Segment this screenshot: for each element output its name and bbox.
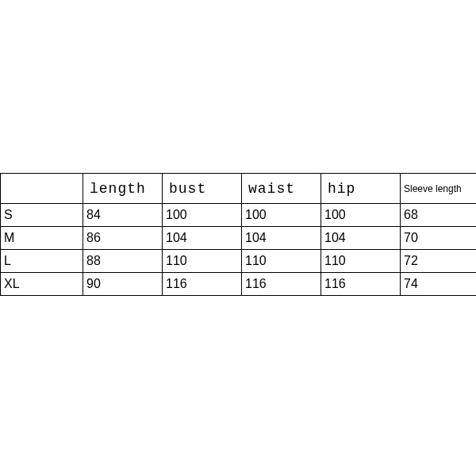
cell-hip: 100 (321, 204, 401, 227)
header-waist: waist (242, 174, 321, 204)
cell-bust: 110 (163, 250, 242, 273)
cell-sleeve: 74 (401, 273, 477, 296)
size-chart-table: length bust waist hip Sleeve length S 84… (0, 173, 476, 296)
header-length: length (83, 174, 163, 204)
header-bust: bust (163, 174, 242, 204)
header-hip: hip (321, 174, 401, 204)
cell-waist: 116 (242, 273, 321, 296)
table-header-row: length bust waist hip Sleeve length (1, 174, 477, 204)
cell-hip: 116 (321, 273, 401, 296)
header-sleeve: Sleeve length (401, 174, 477, 204)
cell-length: 84 (83, 204, 163, 227)
cell-sleeve: 70 (401, 227, 477, 250)
cell-length: 86 (83, 227, 163, 250)
cell-hip: 104 (321, 227, 401, 250)
cell-sleeve: 68 (401, 204, 477, 227)
cell-bust: 104 (163, 227, 242, 250)
table-row: S 84 100 100 100 68 (1, 204, 477, 227)
table-row: XL 90 116 116 116 74 (1, 273, 477, 296)
table-row: M 86 104 104 104 70 (1, 227, 477, 250)
cell-waist: 110 (242, 250, 321, 273)
cell-sleeve: 72 (401, 250, 477, 273)
cell-length: 88 (83, 250, 163, 273)
cell-bust: 116 (163, 273, 242, 296)
cell-size: S (1, 204, 83, 227)
cell-bust: 100 (163, 204, 242, 227)
table-row: L 88 110 110 110 72 (1, 250, 477, 273)
cell-hip: 110 (321, 250, 401, 273)
cell-waist: 104 (242, 227, 321, 250)
size-chart-container: length bust waist hip Sleeve length S 84… (0, 173, 476, 296)
cell-size: XL (1, 273, 83, 296)
cell-size: L (1, 250, 83, 273)
cell-size: M (1, 227, 83, 250)
header-empty (1, 174, 83, 204)
cell-waist: 100 (242, 204, 321, 227)
cell-length: 90 (83, 273, 163, 296)
